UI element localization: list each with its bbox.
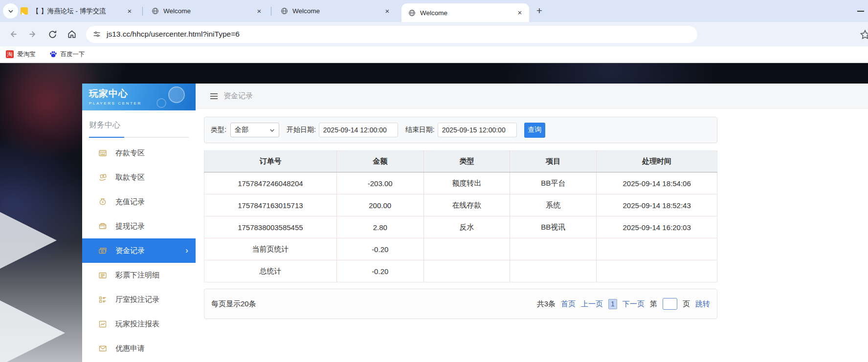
background-wedge [0, 204, 57, 277]
page-title: 资金记录 [223, 91, 253, 101]
taobao-icon: 淘 [6, 50, 14, 58]
sidebar-item-cashout-record[interactable]: 提现记录 [82, 214, 196, 238]
tab-welcome-active[interactable]: Welcome × [401, 3, 529, 22]
globe-icon [281, 7, 288, 15]
forward-icon [28, 29, 38, 39]
table-header-row: 订单号 金额 类型 项目 处理时间 [204, 151, 717, 172]
funds-record-table: 订单号 金额 类型 项目 处理时间 1757847246048204 -203.… [204, 150, 717, 282]
hall-bet-icon [98, 296, 107, 304]
forward-button[interactable] [24, 26, 41, 43]
search-button[interactable]: 查询 [524, 123, 545, 138]
table-row-page-total: 当前页统计 -0.20 [204, 238, 717, 260]
tab-divider [271, 7, 271, 16]
lottery-detail-icon [98, 271, 107, 279]
tune-icon [93, 30, 101, 38]
url-bar[interactable]: js13.cc/hhcp/usercenter.html?iniType=6 [86, 26, 697, 43]
jump-suffix-label: 页 [683, 299, 690, 309]
end-date-input[interactable] [438, 123, 517, 137]
table-row: 1757847246048204 -203.00 额度转出 BB平台 2025-… [204, 172, 717, 194]
page-background: 玩家中心 PLAYERS CENTER 财务中心 存款专区 取款专区 ¥ 充值记… [0, 63, 868, 362]
cashout-icon [98, 222, 107, 231]
bookmark-taobao[interactable]: 淘 爱淘宝 [6, 50, 36, 59]
first-page-link[interactable]: 首页 [561, 299, 576, 309]
prev-page-link[interactable]: 上一页 [581, 299, 603, 309]
sidebar-item-promo-apply[interactable]: 优惠申请 [82, 336, 196, 361]
tab-close-icon[interactable]: × [383, 7, 392, 16]
bookmark-label: 百度一下 [61, 50, 85, 59]
address-bar: js13.cc/hhcp/usercenter.html?iniType=6 [0, 22, 868, 46]
globe-icon [408, 9, 416, 17]
current-page-badge[interactable]: 1 [608, 299, 617, 309]
tab-close-icon[interactable]: × [515, 8, 524, 17]
new-tab-button[interactable]: + [533, 4, 546, 17]
baidu-paw-icon [49, 50, 57, 58]
sidebar-item-deposit[interactable]: 存款专区 [82, 141, 196, 165]
total-count: 共3条 [537, 299, 556, 309]
jump-prefix-label: 第 [650, 299, 657, 309]
bookmark-baidu[interactable]: 百度一下 [49, 50, 85, 59]
chevron-right-icon: › [185, 246, 188, 256]
start-date-label: 开始日期: [287, 126, 316, 134]
per-page-label: 每页显示20条 [211, 299, 256, 309]
sidebar-item-bet-report[interactable]: 玩家投注报表 [82, 312, 196, 336]
globe-icon [152, 7, 159, 15]
url-text: js13.cc/hhcp/usercenter.html?iniType=6 [107, 30, 240, 39]
sidebar-item-recharge-record[interactable]: ¥ 充值记录 [82, 190, 196, 214]
sidebar-item-funds-record[interactable]: 资金记录 › [82, 238, 196, 263]
next-page-link[interactable]: 下一页 [623, 299, 645, 309]
tab-title: Welcome [163, 7, 250, 15]
col-time: 处理时间 [597, 151, 717, 172]
sidebar-subtitle: PLAYERS CENTER [89, 101, 196, 106]
tab-welcome-2[interactable]: Welcome × [274, 0, 397, 22]
deposit-icon [98, 149, 107, 157]
sidebar-section-title: 财务中心 [82, 110, 196, 138]
bookmark-label: 爱淘宝 [17, 50, 36, 59]
note-icon [21, 7, 28, 15]
sidebar-item-withdraw[interactable]: 取款专区 [82, 165, 196, 190]
recharge-icon: ¥ [98, 198, 107, 206]
tab-close-icon[interactable]: × [125, 7, 134, 16]
home-icon [67, 29, 77, 39]
back-icon [8, 29, 18, 39]
bookmarks-bar: 淘 爱淘宝 百度一下 [0, 46, 868, 63]
bookmark-star-button[interactable] [860, 29, 868, 42]
tab-title: Welcome [292, 7, 378, 15]
tab-strip: 【 】海燕论坛 - 博学交流 × Welcome × Welcome × Wel… [0, 0, 868, 22]
bet-report-icon [98, 320, 107, 328]
pagination-bar: 每页显示20条 共3条 首页 上一页 1 下一页 第 页 跳转 [204, 289, 717, 319]
table-row: 1757838003585455 2.80 反水 BB视讯 2025-09-14… [204, 216, 717, 238]
jump-page-input[interactable] [663, 298, 677, 310]
funds-icon [98, 247, 107, 255]
tab-close-icon[interactable]: × [255, 7, 264, 16]
table-row: 1757847163015713 200.00 在线存款 系统 2025-09-… [204, 194, 717, 216]
tab-haiyan-forum[interactable]: 【 】海燕论坛 - 博学交流 × [14, 0, 139, 22]
reload-icon [48, 30, 57, 39]
jump-button[interactable]: 跳转 [695, 299, 710, 309]
sidebar-item-hall-bet-record[interactable]: 厅室投注记录 [82, 287, 196, 312]
home-button[interactable] [64, 26, 80, 43]
table-row-grand-total: 总统计 -0.20 [204, 260, 717, 282]
back-button[interactable] [5, 26, 22, 43]
chevron-down-icon [269, 128, 275, 133]
tab-welcome-1[interactable]: Welcome × [145, 0, 268, 22]
reload-button[interactable] [44, 26, 61, 43]
background-wedge [0, 285, 65, 362]
type-label: 类型: [211, 126, 226, 134]
minimize-button[interactable] [857, 11, 864, 12]
col-order-id: 订单号 [204, 151, 337, 172]
menu-icon[interactable] [210, 93, 218, 99]
start-date-input[interactable] [319, 123, 398, 137]
withdraw-icon [98, 173, 107, 182]
col-item: 项目 [510, 151, 597, 172]
sidebar-item-lottery-detail[interactable]: 彩票下注明细 [82, 263, 196, 287]
col-amount: 金额 [336, 151, 423, 172]
section-divider [89, 137, 189, 138]
col-type: 类型 [423, 151, 510, 172]
tab-title: Welcome [420, 9, 511, 17]
end-date-label: 结束日期: [405, 126, 435, 134]
content-header: 资金记录 [196, 84, 868, 109]
star-icon [860, 29, 868, 40]
tab-divider [142, 7, 143, 16]
sidebar: 玩家中心 PLAYERS CENTER 财务中心 存款专区 取款专区 ¥ 充值记… [82, 84, 196, 362]
type-select[interactable]: 全部 [230, 123, 279, 137]
